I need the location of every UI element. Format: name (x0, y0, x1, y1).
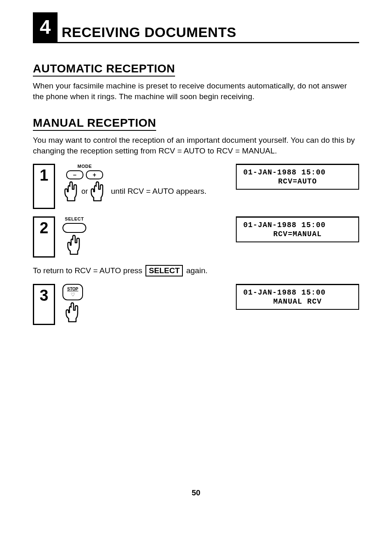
return-note: To return to RCV = AUTO press SELECT aga… (33, 265, 359, 276)
step-number-2: 2 (33, 216, 55, 258)
select-label: SELECT (65, 216, 84, 221)
note-prefix: To return to RCV = AUTO press (33, 266, 142, 275)
section-automatic: AUTOMATIC RECEPTION When your facsimile … (33, 55, 359, 102)
lcd-display-3: 01-JAN-1988 15:00 MANUAL RCV (236, 284, 359, 310)
display-line2: RCV=AUTO (243, 177, 352, 186)
stop-button: STOP ♡ (62, 284, 83, 300)
select-inline-button: SELECT (145, 265, 183, 276)
select-button (62, 223, 86, 233)
section-manual: MANUAL RECEPTION You may want to control… (33, 109, 359, 156)
section-body-auto: When your facsimile machine is preset to… (33, 81, 359, 102)
display-line1: 01-JAN-1988 15:00 (243, 288, 352, 297)
or-text: or (81, 187, 89, 202)
press-hand-icon (64, 302, 82, 323)
mode-label: MODE (78, 164, 92, 169)
chapter-title: RECEIVING DOCUMENTS (62, 24, 236, 42)
manual-page: 4 RECEIVING DOCUMENTS AUTOMATIC RECEPTIO… (0, 0, 392, 555)
mode-minus-button: – (66, 170, 83, 179)
step-3: 3 STOP ♡ 01-JAN-1988 15:00 MANUAL RCV (33, 284, 359, 325)
press-hand-icon (65, 235, 83, 255)
note-suffix: again. (186, 266, 208, 275)
stop-label: STOP (67, 287, 78, 291)
section-body-manual: You may want to control the reception of… (33, 135, 359, 156)
lcd-display-1: 01-JAN-1988 15:00 RCV=AUTO (236, 164, 359, 190)
step-number-1: 1 (33, 164, 55, 209)
display-line1: 01-JAN-1988 15:00 (243, 168, 352, 176)
press-hand-icon (89, 181, 107, 202)
step-1: 1 MODE – + or until RCV = AUTO appears. … (33, 164, 359, 209)
display-line2: RCV=MANUAL (243, 230, 352, 238)
section-title-manual: MANUAL RECEPTION (33, 116, 156, 131)
mode-plus-button: + (86, 170, 103, 179)
press-hand-icon (62, 181, 81, 202)
lcd-display-2: 01-JAN-1988 15:00 RCV=MANUAL (236, 216, 359, 242)
page-number: 50 (0, 488, 392, 497)
chapter-number-box: 4 (33, 12, 58, 42)
step-number-3: 3 (33, 284, 55, 325)
until-text: until RCV = AUTO appears. (111, 187, 207, 202)
stop-heart-icon: ♡ (71, 292, 75, 297)
display-line1: 01-JAN-1988 15:00 (243, 221, 352, 229)
chapter-header: 4 RECEIVING DOCUMENTS (33, 12, 359, 43)
section-title-auto: AUTOMATIC RECEPTION (33, 62, 175, 77)
step-2: 2 SELECT 01-JAN-1988 15:00 RCV=MANUAL (33, 216, 359, 258)
display-line2: MANUAL RCV (243, 297, 352, 306)
